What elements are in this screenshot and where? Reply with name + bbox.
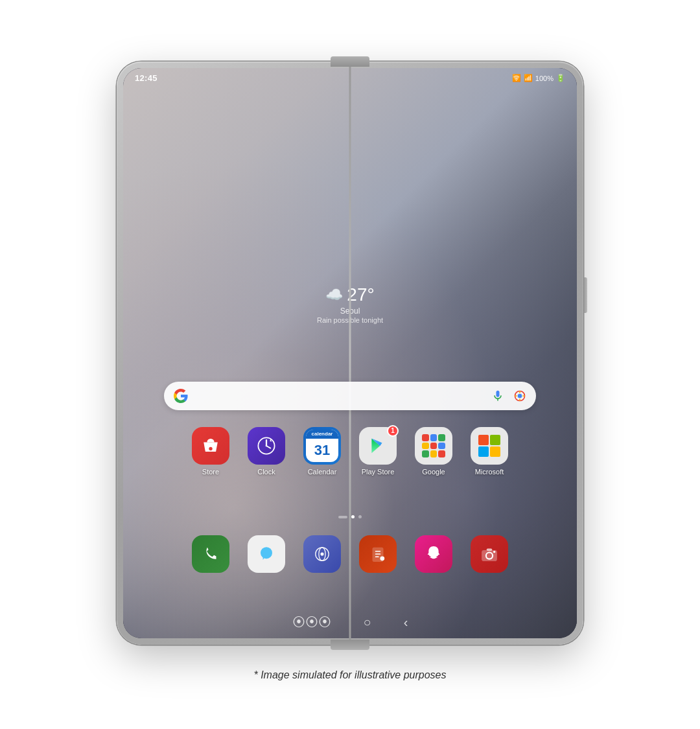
app-item-calendar[interactable]: calendar 31 Calendar xyxy=(296,427,348,476)
clock-label: Clock xyxy=(257,468,275,476)
dock-row xyxy=(185,535,515,573)
app-item-messages[interactable] xyxy=(240,535,292,573)
calendar-inner: calendar 31 xyxy=(306,430,338,462)
signal-icon: 📶 xyxy=(524,74,533,82)
google-g-icon xyxy=(173,388,189,404)
wifi-icon: 🛜 xyxy=(512,74,521,82)
calendar-label: Calendar xyxy=(308,468,337,476)
app-item-microsoft[interactable]: Microsoft xyxy=(463,427,515,476)
google-icon xyxy=(415,427,452,465)
search-bar[interactable] xyxy=(164,382,536,410)
app-item-snap[interactable] xyxy=(408,535,460,573)
calendar-number: 31 xyxy=(314,439,330,461)
svg-point-15 xyxy=(493,551,495,553)
store-icon xyxy=(192,427,229,465)
device-shell: 12:45 🛜 📶 100% 🔋 ☁️ 27° Seoul Rai xyxy=(117,62,583,645)
page-wrapper: 12:45 🛜 📶 100% 🔋 ☁️ 27° Seoul Rai xyxy=(0,0,700,729)
disclaimer: * Image simulated for illustrative purpo… xyxy=(253,669,446,681)
playstore-label: Play Store xyxy=(362,468,395,476)
svg-point-1 xyxy=(518,393,522,398)
microsoft-label: Microsoft xyxy=(475,468,504,476)
app-item-galaxy[interactable] xyxy=(296,535,348,573)
side-button[interactable] xyxy=(584,277,587,313)
svg-point-9 xyxy=(320,553,323,556)
messages-icon xyxy=(248,535,285,573)
status-icons: 🛜 📶 100% 🔋 xyxy=(512,74,565,82)
nav-bar: ⦿⦿⦿ ○ ‹ xyxy=(123,607,577,638)
mic-icon[interactable] xyxy=(491,389,505,403)
nav-recents-icon[interactable]: ⦿⦿⦿ xyxy=(292,615,331,630)
calendar-icon: calendar 31 xyxy=(303,427,341,465)
calendar-top: calendar xyxy=(306,430,338,439)
svg-point-5 xyxy=(266,445,268,447)
app-item-redapp[interactable] xyxy=(352,535,404,573)
svg-rect-14 xyxy=(487,549,493,551)
snap-icon xyxy=(415,535,452,573)
store-label: Store xyxy=(202,468,219,476)
app-item-store[interactable]: Store xyxy=(185,427,237,476)
playstore-badge: 1 xyxy=(387,425,399,437)
status-time: 12:45 xyxy=(135,73,158,83)
battery-text: 100% xyxy=(535,75,554,82)
svg-point-11 xyxy=(380,556,384,561)
search-icons xyxy=(491,389,527,403)
weather-temperature: 27° xyxy=(347,284,374,305)
dot-dash xyxy=(338,516,347,518)
playstore-icon: 1 xyxy=(359,427,397,465)
hinge-bottom xyxy=(331,640,369,650)
dot-inactive xyxy=(358,515,362,518)
redapp-icon xyxy=(359,535,397,573)
svg-point-6 xyxy=(261,547,272,559)
nav-home-icon[interactable]: ○ xyxy=(364,615,371,630)
microsoft-icon xyxy=(471,427,508,465)
dot-active xyxy=(351,515,355,518)
dot-indicators xyxy=(338,515,362,518)
lens-icon[interactable] xyxy=(513,389,527,403)
phone-icon xyxy=(192,535,229,573)
microsoft-grid xyxy=(478,435,500,457)
app-item-playstore[interactable]: 1 xyxy=(352,427,404,476)
google-grid xyxy=(422,434,445,457)
google-label: Google xyxy=(422,468,445,476)
camera-icon xyxy=(471,535,508,573)
device-container: 12:45 🛜 📶 100% 🔋 ☁️ 27° Seoul Rai xyxy=(113,49,587,658)
app-item-google[interactable]: Google xyxy=(408,427,460,476)
app-item-camera[interactable] xyxy=(463,535,515,573)
hinge-top xyxy=(331,56,369,67)
weather-cloud-icon: ☁️ xyxy=(325,286,343,303)
app-item-phone[interactable] xyxy=(185,535,237,573)
clock-icon xyxy=(248,427,285,465)
battery-icon: 🔋 xyxy=(556,74,565,82)
status-bar: 12:45 🛜 📶 100% 🔋 xyxy=(123,68,577,89)
galaxy-icon xyxy=(303,535,341,573)
app-item-clock[interactable]: Clock xyxy=(240,427,292,476)
nav-back-icon[interactable]: ‹ xyxy=(404,615,408,630)
app-grid-row1: Store xyxy=(185,427,515,476)
